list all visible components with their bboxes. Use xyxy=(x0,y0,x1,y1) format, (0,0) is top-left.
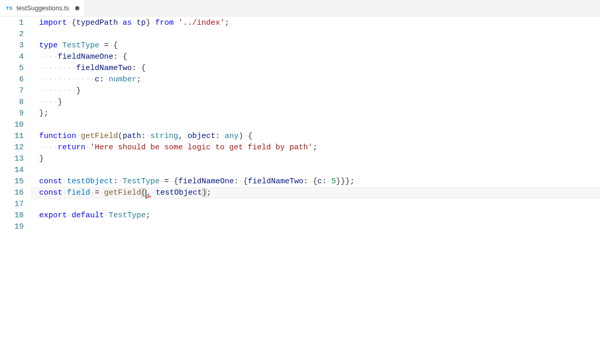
code-line[interactable] xyxy=(31,221,600,233)
line-number: 11 xyxy=(0,131,24,142)
line-number: 9 xyxy=(0,108,24,119)
line-number: 12 xyxy=(0,142,24,153)
line-number: 16 xyxy=(0,187,24,199)
code-line[interactable]: ····fieldNameOne:·{ xyxy=(31,51,600,63)
line-number: 15 xyxy=(0,176,24,187)
code-line[interactable] xyxy=(31,29,600,40)
dirty-indicator-icon xyxy=(75,6,79,10)
code-line[interactable]: ········fieldNameTwo:·{ xyxy=(31,63,600,74)
code-line[interactable] xyxy=(31,165,600,176)
line-number: 4 xyxy=(0,51,24,63)
line-number: 13 xyxy=(0,153,24,165)
code-line[interactable]: import·{typedPath·as·tp}·from·'../index'… xyxy=(31,18,600,29)
code-line[interactable]: const·testObject:·TestType·=·{fieldNameO… xyxy=(31,176,600,187)
code-line[interactable]: } xyxy=(31,153,600,165)
line-number: 7 xyxy=(0,85,24,97)
editor: 1 2 3 4 5 6 7 8 9 10 11 12 13 14 15 16 1… xyxy=(0,16,600,364)
line-number: 14 xyxy=(0,165,24,176)
code-area[interactable]: import·{typedPath·as·tp}·from·'../index'… xyxy=(31,16,600,364)
code-line[interactable] xyxy=(31,119,600,131)
line-number: 10 xyxy=(0,119,24,131)
code-line-active[interactable]: const·field·=·getField(,·testObject); xyxy=(31,187,600,199)
typescript-icon: TS xyxy=(5,4,13,12)
code-line[interactable] xyxy=(31,199,600,210)
line-number: 18 xyxy=(0,210,24,221)
code-line[interactable]: ············c:·number; xyxy=(31,74,600,85)
line-number: 19 xyxy=(0,221,24,233)
line-number: 2 xyxy=(0,29,24,40)
line-number: 17 xyxy=(0,199,24,210)
tab-testsuggestions[interactable]: TS testSuggestions.ts xyxy=(0,0,85,16)
line-number: 8 xyxy=(0,97,24,108)
code-line[interactable]: ········} xyxy=(31,85,600,97)
tab-filename: testSuggestions.ts xyxy=(16,5,69,12)
code-line[interactable]: }; xyxy=(31,108,600,119)
code-line[interactable]: ····return·'Here should be some logic to… xyxy=(31,142,600,153)
code-line[interactable]: type·TestType·=·{ xyxy=(31,40,600,51)
line-number: 1 xyxy=(0,18,24,29)
code-line[interactable]: export·default·TestType; xyxy=(31,210,600,221)
line-number: 3 xyxy=(0,40,24,51)
line-number-gutter: 1 2 3 4 5 6 7 8 9 10 11 12 13 14 15 16 1… xyxy=(0,16,31,364)
code-line[interactable]: ····} xyxy=(31,97,600,108)
tab-bar: TS testSuggestions.ts xyxy=(0,0,600,16)
code-line[interactable]: function·getField(path:·string,·object:·… xyxy=(31,131,600,142)
line-number: 6 xyxy=(0,74,24,85)
line-number: 5 xyxy=(0,63,24,74)
